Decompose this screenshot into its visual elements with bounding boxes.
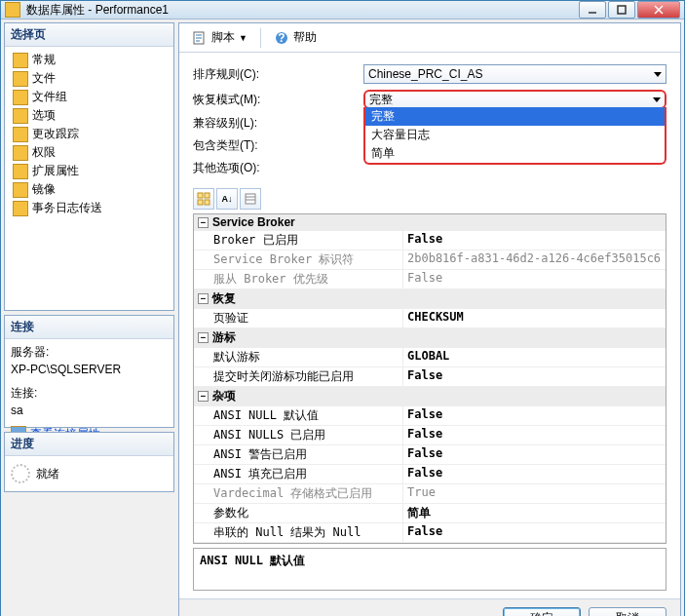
recovery-option[interactable]: 大容量日志 xyxy=(365,126,665,144)
collation-select[interactable]: Chinese_PRC_CI_AS xyxy=(363,64,666,84)
minimize-button[interactable] xyxy=(579,1,606,19)
window-buttons xyxy=(579,1,680,19)
collapse-icon[interactable]: − xyxy=(198,217,209,228)
help-button[interactable]: ? 帮助 xyxy=(267,26,323,49)
nav-item-5[interactable]: 权限 xyxy=(11,143,168,162)
prop-value[interactable]: False xyxy=(403,367,666,386)
property-row[interactable]: ANSI NULL 默认值False xyxy=(194,406,666,426)
separator xyxy=(260,28,261,48)
nav-item-0[interactable]: 常规 xyxy=(11,51,168,69)
property-row[interactable]: 服从 Broker 优先级False xyxy=(194,270,666,289)
contain-label: 包含类型(T): xyxy=(193,137,363,154)
property-grid[interactable]: −Service BrokerBroker 已启用FalseService Br… xyxy=(193,213,666,544)
spinner-icon xyxy=(11,464,30,483)
collapse-icon[interactable]: − xyxy=(198,332,209,343)
window: 数据库属性 - Performance1 选择页 常规文件文件组选项更改跟踪权限… xyxy=(0,0,685,616)
prop-value[interactable]: False xyxy=(403,231,666,250)
property-row[interactable]: ANSI 填充已启用False xyxy=(194,465,666,484)
script-icon xyxy=(192,30,208,46)
prop-name: 服从 Broker 优先级 xyxy=(194,270,403,289)
prop-value[interactable]: True xyxy=(403,484,666,503)
prop-value[interactable]: False xyxy=(403,445,666,464)
prop-name: 串联的 Null 结果为 Null xyxy=(194,523,403,542)
server-label: 服务器: xyxy=(11,343,168,361)
left-pane: 选择页 常规文件文件组选项更改跟踪权限扩展属性镜像事务日志传送 连接 服务器: … xyxy=(4,22,174,616)
category-row[interactable]: −游标 xyxy=(194,328,666,348)
property-row[interactable]: ANSI 警告已启用False xyxy=(194,445,666,465)
property-row[interactable]: Service Broker 标识符2b0b816f-a831-46d2-a12… xyxy=(194,250,666,270)
category-row[interactable]: −杂项 xyxy=(194,387,666,406)
collapse-icon[interactable]: − xyxy=(198,391,209,402)
select-page-section: 选择页 常规文件文件组选项更改跟踪权限扩展属性镜像事务日志传送 xyxy=(4,22,174,311)
grid-toolbar: A↓ xyxy=(179,188,680,210)
titlebar[interactable]: 数据库属性 - Performance1 xyxy=(1,1,684,19)
prop-value[interactable]: False xyxy=(403,406,666,425)
select-page-header: 选择页 xyxy=(5,23,173,47)
toolbar: 脚本 ▼ ? 帮助 xyxy=(179,23,680,53)
prop-value[interactable]: False xyxy=(403,270,666,289)
prop-name: ANSI NULL 默认值 xyxy=(194,406,403,425)
prop-name: Vardecimal 存储格式已启用 xyxy=(194,484,403,503)
prop-value[interactable]: 简单 xyxy=(403,504,666,522)
conn-value: sa xyxy=(11,402,168,419)
page-icon xyxy=(13,108,28,124)
prop-value[interactable]: False xyxy=(403,426,666,444)
window-title: 数据库属性 - Performance1 xyxy=(26,2,579,19)
page-nav-list: 常规文件文件组选项更改跟踪权限扩展属性镜像事务日志传送 xyxy=(11,51,168,217)
cancel-button[interactable]: 取消 xyxy=(589,607,666,617)
svg-rect-8 xyxy=(205,193,209,198)
nav-item-7[interactable]: 镜像 xyxy=(11,180,168,199)
collapse-icon[interactable]: − xyxy=(198,293,209,304)
description-title: ANSI NULL 默认值 xyxy=(200,553,660,569)
svg-rect-11 xyxy=(246,194,255,204)
maximize-button[interactable] xyxy=(608,1,635,19)
property-row[interactable]: ANSI NULLS 已启用False xyxy=(194,426,666,445)
svg-text:?: ? xyxy=(278,31,285,45)
property-row[interactable]: Vardecimal 存储格式已启用True xyxy=(194,484,666,504)
svg-rect-9 xyxy=(198,200,203,205)
nav-item-2[interactable]: 文件组 xyxy=(11,88,168,106)
collation-label: 排序规则(C): xyxy=(193,66,363,83)
close-button[interactable] xyxy=(637,1,680,19)
nav-item-4[interactable]: 更改跟踪 xyxy=(11,125,168,143)
alphabetical-button[interactable]: A↓ xyxy=(216,188,238,210)
recovery-option[interactable]: 完整 xyxy=(365,107,665,126)
prop-value[interactable]: CHECKSUM xyxy=(403,309,666,327)
progress-section: 进度 就绪 xyxy=(4,432,174,492)
prop-value[interactable]: 2b0b816f-a831-46d2-a126-4c6ef35015c6 xyxy=(403,250,666,269)
property-row[interactable]: 页验证CHECKSUM xyxy=(194,309,666,328)
prop-name: ANSI 填充已启用 xyxy=(194,465,403,483)
page-icon xyxy=(13,182,28,198)
script-button[interactable]: 脚本 ▼ xyxy=(185,26,254,49)
page-icon xyxy=(13,127,28,142)
nav-item-1[interactable]: 文件 xyxy=(11,69,168,88)
properties-button[interactable] xyxy=(240,188,261,210)
page-icon xyxy=(13,164,28,179)
recovery-select[interactable]: 完整 完整大容量日志简单 xyxy=(363,90,666,109)
property-row[interactable]: 提交时关闭游标功能已启用False xyxy=(194,367,666,387)
ok-button[interactable]: 确定 xyxy=(503,607,581,617)
connection-header: 连接 xyxy=(5,316,173,339)
property-row[interactable]: 串联的 Null 结果为 NullFalse xyxy=(194,523,666,543)
page-icon xyxy=(13,145,28,161)
nav-item-8[interactable]: 事务日志传送 xyxy=(11,199,168,217)
form-area: 排序规则(C): Chinese_PRC_CI_AS 恢复模式(M): 完整 完… xyxy=(179,53,680,188)
property-row[interactable]: 参数化简单 xyxy=(194,504,666,523)
chevron-down-icon xyxy=(654,72,662,77)
recovery-option[interactable]: 简单 xyxy=(365,144,665,163)
category-row[interactable]: −恢复 xyxy=(194,289,666,309)
property-row[interactable]: Broker 已启用False xyxy=(194,231,666,250)
nav-item-3[interactable]: 选项 xyxy=(11,106,168,125)
nav-item-6[interactable]: 扩展属性 xyxy=(11,162,168,180)
categorize-button[interactable] xyxy=(193,188,214,210)
property-row[interactable]: 默认游标GLOBAL xyxy=(194,348,666,367)
prop-value[interactable]: False xyxy=(403,465,666,483)
svg-rect-1 xyxy=(618,6,626,14)
prop-name: 参数化 xyxy=(194,504,403,522)
prop-value[interactable]: GLOBAL xyxy=(403,348,666,366)
prop-value[interactable]: False xyxy=(403,523,666,542)
right-pane: 脚本 ▼ ? 帮助 排序规则(C): Chinese_PRC_CI_AS 恢 xyxy=(178,22,681,616)
body: 选择页 常规文件文件组选项更改跟踪权限扩展属性镜像事务日志传送 连接 服务器: … xyxy=(1,19,684,616)
chevron-down-icon xyxy=(653,97,661,102)
category-row[interactable]: −Service Broker xyxy=(194,214,666,231)
